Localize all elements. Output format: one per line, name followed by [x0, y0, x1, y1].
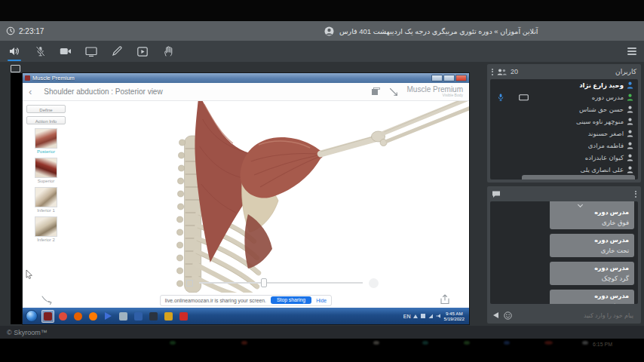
taskbar-chrome[interactable]: [57, 310, 69, 323]
tray-language[interactable]: EN: [403, 314, 411, 319]
kebab-menu-icon[interactable]: [492, 69, 493, 75]
participant-row[interactable]: منوچهر ناوه سینی: [490, 115, 638, 127]
define-button[interactable]: Define: [26, 105, 66, 113]
app-navbar: ‹ Shoulder abduction : Posterior view Mu…: [23, 83, 469, 101]
participant-row[interactable]: علی انصاری یلی: [490, 164, 638, 176]
speaker-button[interactable]: [8, 44, 21, 58]
office-app-icon: [164, 312, 173, 321]
screen-share-stage: Muscle Premium ‹ Shoulder abduction : Po…: [0, 62, 484, 326]
person-icon: [627, 106, 633, 113]
view-thumbnail-image[interactable]: [35, 187, 57, 207]
taskbar-utility[interactable]: [117, 310, 130, 323]
pencil-button[interactable]: [110, 44, 124, 58]
window-title: Muscle Premium: [32, 75, 75, 81]
chat-header: [487, 186, 641, 201]
taskbar-acrobat[interactable]: [177, 310, 190, 323]
faint-taskbar-icon: [464, 341, 470, 345]
taskbar-screen-recorder[interactable]: [87, 310, 100, 323]
participant-row[interactable]: کیوان عابدزاده: [490, 152, 638, 164]
clock-icon: [6, 26, 15, 35]
brand-subtitle: Visible Body: [407, 94, 463, 98]
slider-handle[interactable]: [261, 278, 267, 287]
participant-row[interactable]: اصغر حسنوند: [490, 127, 638, 140]
kebab-menu-icon[interactable]: [635, 191, 636, 198]
chat-message-input[interactable]: [517, 311, 635, 320]
participant-count: 20: [511, 68, 518, 75]
view-thumb-posterior[interactable]: Posterior: [26, 128, 66, 154]
taskbar-muscle-premium-app[interactable]: [41, 310, 54, 323]
hide-link[interactable]: Hide: [316, 298, 327, 303]
upload-icon[interactable]: [440, 294, 449, 305]
acrobat-icon: [179, 312, 188, 321]
view-thumbs: PosteriorSuperiorInferior 1Inferior 2: [26, 128, 66, 242]
tray-flag-icon[interactable]: [421, 314, 425, 318]
media-step-icon[interactable]: [186, 280, 193, 287]
faint-taskbar-icon: [544, 341, 553, 345]
raise-hand-button[interactable]: [161, 44, 175, 58]
view-thumbnail-image[interactable]: [35, 158, 57, 178]
stop-sharing-button[interactable]: Stop sharing: [271, 296, 311, 305]
minimize-button[interactable]: [431, 75, 443, 81]
action-info-button[interactable]: Action Info: [26, 116, 66, 124]
slider-track[interactable]: [199, 282, 363, 284]
back-arrow-icon[interactable]: ‹: [29, 87, 32, 97]
partial-row: [522, 175, 635, 179]
taskbar-blue-app[interactable]: [132, 310, 145, 323]
pointer-icon[interactable]: [389, 87, 398, 97]
system-tray: EN 9:45 AM 5/19/2022: [403, 311, 468, 322]
participant-row[interactable]: فاطمه مرادی: [490, 140, 638, 152]
participant-name: حسن حق شناس: [579, 106, 624, 113]
faint-taskbar-icon: [422, 341, 428, 345]
view-thumbnail-label: Posterior: [26, 149, 66, 154]
participant-name: وحید زارع نژاد: [579, 81, 624, 89]
window-titlebar: Muscle Premium: [23, 73, 469, 83]
mic-muted-button[interactable]: [33, 44, 47, 58]
maximize-button[interactable]: [443, 75, 455, 81]
session-title: آنلاین آموزان » دوره تئوری مربیگری درجه …: [339, 27, 538, 35]
taskbar-media-player[interactable]: [102, 310, 115, 323]
view-thumbnail-image[interactable]: [35, 216, 57, 237]
participants-header: 20 کاربران: [487, 64, 641, 79]
chat-panel: مدرس دورهفوق خاریمدرس دورهتحت خاریمدرس د…: [487, 186, 641, 324]
start-orb[interactable]: [26, 310, 38, 322]
participant-row[interactable]: مدرس دوره: [490, 91, 638, 103]
tray-clock[interactable]: 9:45 AM 5/19/2022: [443, 311, 465, 322]
close-button[interactable]: [455, 75, 467, 81]
participant-row[interactable]: حسن حق شناس: [490, 103, 638, 115]
participant-row[interactable]: وحید زارع نژاد: [490, 79, 638, 91]
person-icon: [627, 166, 633, 173]
win-taskbar-icons: [41, 310, 190, 323]
view-thumb-superior[interactable]: Superior: [26, 158, 66, 183]
webcam-button[interactable]: [59, 44, 72, 58]
taskbar-dark-app[interactable]: [147, 310, 160, 323]
hamburger-menu-icon[interactable]: [627, 48, 636, 55]
emoji-icon[interactable]: [504, 311, 512, 320]
animation-slider[interactable]: [186, 278, 379, 288]
tray-up-arrow-icon[interactable]: [413, 314, 418, 318]
view-thumb-inferior-1[interactable]: Inferior 1: [26, 187, 66, 213]
app-sidebar: Define Action Info PosteriorSuperiorInfe…: [23, 101, 69, 293]
screen-share-button[interactable]: [84, 44, 98, 58]
send-icon[interactable]: [493, 312, 498, 318]
draw-icon[interactable]: [41, 294, 53, 305]
view-thumb-inferior-2[interactable]: Inferior 2: [26, 216, 66, 242]
taskbar-firefox[interactable]: [72, 310, 84, 323]
main-area: Muscle Premium ‹ Shoulder abduction : Po…: [0, 62, 644, 326]
view-thumbnail-image[interactable]: [35, 128, 57, 149]
tray-network-icon[interactable]: [428, 314, 433, 318]
taskbar-office-app[interactable]: [162, 310, 175, 323]
participant-name: اصغر حسنوند: [588, 130, 624, 137]
person-icon: [627, 81, 633, 89]
tray-volume-icon[interactable]: [436, 314, 440, 318]
chat-bubble-icon: [492, 190, 501, 198]
screen-share-indicator-icon: [11, 65, 20, 72]
slider-end-button[interactable]: [369, 278, 379, 288]
present-icon[interactable]: [371, 87, 380, 96]
anatomy-viewport[interactable]: [69, 101, 469, 293]
media-player-button[interactable]: [136, 44, 149, 58]
participant-status: [495, 94, 538, 101]
chat-message: مدرس دورهتحت خاری: [550, 234, 634, 257]
dark-app-icon: [149, 312, 158, 321]
media-player-icon: [105, 312, 112, 320]
participant-name: مدرس دوره: [592, 94, 624, 101]
